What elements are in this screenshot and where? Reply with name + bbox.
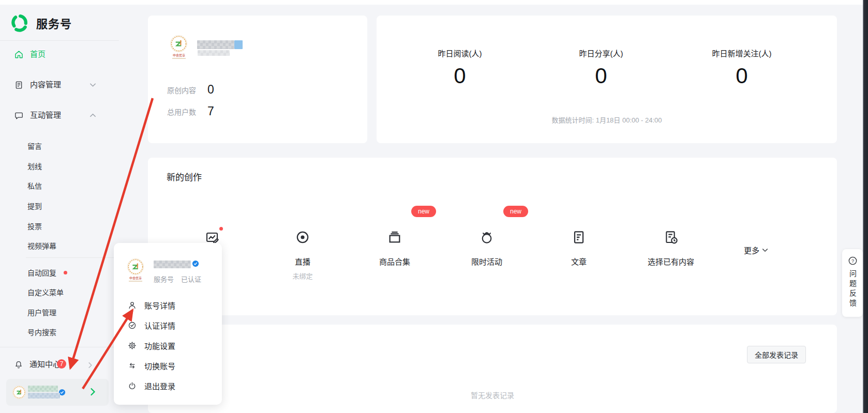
avatar-caption: 中合优享: [129, 277, 142, 280]
power-icon: [127, 381, 137, 391]
avatar-caption-line: [129, 281, 142, 282]
avatar-caption-line: [172, 58, 186, 59]
sidebar-subitem-private-msg[interactable]: 私信: [27, 181, 42, 191]
empty-records-text: 暂无发表记录: [148, 390, 837, 400]
stat-share: 昨日分享(人) 0: [539, 48, 663, 88]
creation-item-label: 直播: [264, 256, 341, 267]
avatar-caption: 中合优享: [173, 54, 185, 57]
blurred-account-name: [154, 261, 191, 268]
original-content-stat: 原创内容 0: [167, 83, 214, 97]
blurred-account-name: [28, 386, 58, 392]
sidebar-divider: [26, 257, 114, 258]
sidebar-subitem-video-danmu[interactable]: 视频弹幕: [27, 241, 56, 251]
creation-item-live[interactable]: 直播 未绑定: [264, 229, 341, 281]
chevron-up-icon[interactable]: [89, 113, 96, 118]
account-avatar: 中合优享: [127, 258, 144, 282]
blurred-account-subtext: [28, 393, 60, 399]
wechat-service-logo-icon: [10, 13, 29, 32]
sidebar-subitem-auto-reply[interactable]: 自动回复: [27, 268, 56, 278]
document-icon: [14, 80, 24, 90]
notification-dot: [64, 271, 67, 274]
sidebar-divider: [0, 347, 119, 347]
sidebar-subitem-label: 自动回复: [27, 269, 56, 277]
document-clock-icon: [663, 229, 679, 246]
screen-edge-strip: [863, 0, 868, 413]
stat-label: 昨日新增关注(人): [680, 48, 804, 58]
account-popup-menu: 中合优享 服务号 已认证 账号详情 认证详情: [114, 243, 222, 405]
question-circle-icon: ?: [847, 255, 858, 266]
stat-label: 昨日阅读(人): [398, 48, 522, 58]
more-button[interactable]: 更多: [744, 244, 768, 255]
verified-status: 已认证: [181, 274, 201, 284]
new-creation-card: 新的创作 直播 未绑定 商品: [148, 158, 837, 315]
chevron-down-icon[interactable]: [89, 83, 96, 87]
all-publish-records-button[interactable]: 全部发表记录: [747, 346, 806, 363]
sidebar-subitem-comments[interactable]: 留言: [27, 142, 42, 151]
sidebar-item-label: 内容管理: [30, 80, 61, 90]
article-icon: [571, 229, 587, 246]
tomato-icon: [478, 229, 495, 246]
menu-item-account-details[interactable]: 账号详情: [127, 300, 175, 311]
sidebar-item-content-mgmt[interactable]: 内容管理: [14, 80, 61, 90]
menu-item-function-settings[interactable]: 功能设置: [127, 340, 175, 351]
stat-value: 0: [539, 64, 663, 88]
stat-value: 0: [398, 64, 522, 88]
account-summary-card: 中合优享 原创内容 0 总用户数 7: [148, 16, 367, 143]
notice-badge: 7: [57, 359, 66, 369]
chevron-right-green-icon[interactable]: [90, 388, 96, 396]
sidebar-subitem-underline[interactable]: 划线: [27, 162, 42, 171]
creation-item-sub: 未绑定: [264, 271, 341, 281]
sidebar-item-label: 互动管理: [30, 110, 61, 120]
sidebar-divider: [0, 40, 119, 41]
more-label: 更多: [744, 244, 759, 255]
sidebar: 服务号 首页 内容管理 互动管理 留言 划线: [0, 5, 129, 413]
gear-icon: [127, 341, 137, 350]
menu-item-label: 账号详情: [144, 300, 175, 311]
blurred-account-name-tail: [234, 40, 243, 49]
blurred-account-name: [197, 40, 234, 49]
bell-icon: [14, 360, 23, 370]
sidebar-subitem-user-mgmt[interactable]: 用户管理: [27, 308, 56, 317]
svg-text:?: ?: [851, 258, 854, 264]
creation-item-existing-content[interactable]: 选择已有内容: [632, 229, 710, 267]
chevron-right-icon[interactable]: [88, 362, 93, 369]
creation-item-label: 商品合集: [356, 256, 433, 267]
menu-item-label: 认证详情: [144, 320, 175, 331]
sidebar-item-home[interactable]: 首页: [14, 49, 46, 59]
menu-item-label: 退出登录: [144, 380, 175, 391]
record-circle-icon: [294, 229, 311, 246]
stat-new-followers: 昨日新增关注(人) 0: [680, 48, 804, 88]
stat-value: 0: [207, 83, 214, 97]
creation-item-product-collection[interactable]: 商品合集: [356, 229, 433, 267]
sidebar-subitem-mentions[interactable]: 提到: [27, 202, 42, 211]
yesterday-stats-card: 昨日阅读(人) 0 昨日分享(人) 0 昨日新增关注(人) 0 数据统计时间: …: [377, 16, 837, 143]
account-type: 服务号: [154, 274, 174, 284]
new-badge: new: [411, 206, 436, 217]
sidebar-item-label: 首页: [30, 49, 46, 59]
creation-item-label: 选择已有内容: [632, 256, 710, 267]
sidebar-item-interact-mgmt[interactable]: 互动管理: [14, 110, 61, 120]
menu-item-switch-account[interactable]: 切换账号: [127, 360, 175, 371]
stat-label: 原创内容: [167, 85, 198, 95]
sidebar-subitem-votes[interactable]: 投票: [27, 222, 42, 231]
sidebar-subitem-custom-menu[interactable]: 自定义菜单: [27, 288, 64, 297]
sidebar-item-notice-center[interactable]: 通知中心: [14, 359, 61, 370]
creation-item-limited-activity[interactable]: 限时活动: [448, 229, 526, 267]
account-avatar: 中合优享: [170, 35, 187, 59]
feedback-tab[interactable]: ? 问题反馈: [842, 249, 863, 317]
card-title: 新的创作: [167, 170, 202, 183]
menu-item-verification-details[interactable]: 认证详情: [127, 320, 175, 331]
notification-dot: [219, 227, 223, 231]
chat-bubble-icon: [14, 111, 24, 120]
stat-value: 0: [680, 64, 804, 88]
publish-records-card: 全部发表记录 暂无发表记录: [148, 325, 837, 413]
creation-item-article[interactable]: 文章: [540, 229, 618, 267]
stat-value: 7: [207, 104, 214, 118]
sidebar-account-row[interactable]: [6, 379, 109, 406]
menu-item-logout[interactable]: 退出登录: [127, 380, 175, 391]
creation-item-label: 限时活动: [448, 256, 526, 267]
home-icon: [14, 50, 24, 59]
sidebar-subitem-account-search[interactable]: 号内搜索: [27, 328, 56, 337]
check-circle-icon: [127, 320, 137, 330]
stacked-box-icon: [386, 229, 403, 246]
